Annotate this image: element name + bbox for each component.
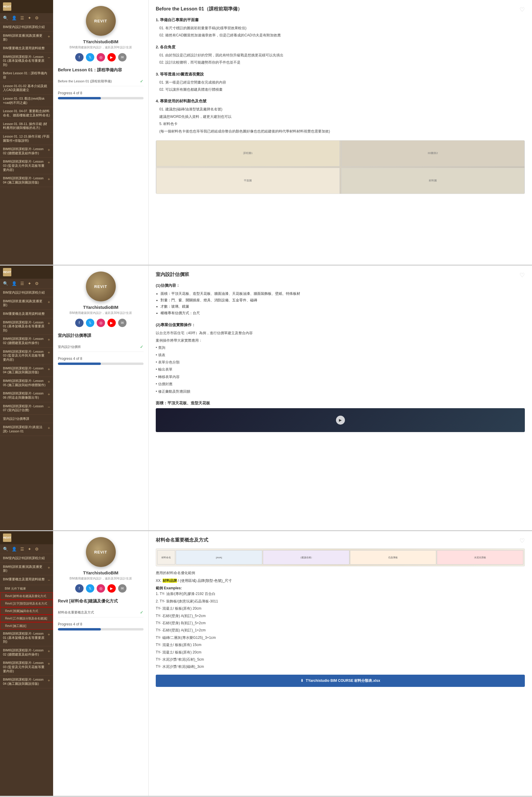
nav-icon-1[interactable]: 👤 bbox=[12, 16, 17, 20]
nav-icon-4[interactable]: ⚙ bbox=[35, 16, 39, 20]
instagram-icon[interactable]: ◎ bbox=[97, 319, 105, 327]
sidebar-item-11[interactable]: BIM特訓班課程影片(表規法課)- Lesson 01+ bbox=[0, 423, 53, 436]
sidebar-item-2[interactable]: BIM重要概念及運用資料統整 bbox=[0, 310, 53, 318]
expand-icon[interactable]: + bbox=[48, 160, 50, 165]
sidebar-item-2[interactable]: BIM重要概念及運用資料統整 bbox=[0, 44, 53, 53]
sidebar-item-10[interactable]: 室內設計估價專課 bbox=[0, 415, 53, 423]
expand-icon[interactable]: + bbox=[48, 299, 50, 305]
collapse-icon[interactable]: − bbox=[48, 55, 50, 60]
sidebar-subitem-4[interactable]: Revit [材料命名建議及優化方式 bbox=[0, 592, 53, 600]
expand-icon[interactable]: + bbox=[48, 565, 50, 570]
nav-icon-4[interactable]: ⚙ bbox=[35, 281, 39, 286]
youtube-icon[interactable]: ▶ bbox=[108, 319, 116, 327]
collapse-icon[interactable]: − bbox=[48, 577, 50, 583]
twitter-icon[interactable]: 𝕏 bbox=[86, 584, 94, 593]
nav-icon-2[interactable]: ☰ bbox=[20, 547, 24, 551]
sidebar-logo[interactable]: REVIT bbox=[0, 531, 53, 544]
youtube-icon[interactable]: ▶ bbox=[108, 53, 116, 61]
expand-icon[interactable]: + bbox=[48, 678, 50, 683]
nav-icon-4[interactable]: ⚙ bbox=[35, 547, 39, 551]
expand-icon[interactable]: + bbox=[48, 392, 50, 397]
expand-icon[interactable]: + bbox=[48, 661, 50, 666]
video-thumbnail[interactable]: ▶ bbox=[156, 408, 525, 432]
sidebar-item-2[interactable]: BIM重要概念及運用資料統整− bbox=[0, 575, 53, 585]
play-button[interactable]: ▶ bbox=[336, 416, 345, 424]
sidebar-subitem-5[interactable]: Revit [文字]類型說明及名名方式 bbox=[0, 600, 53, 607]
expand-icon[interactable]: + bbox=[48, 648, 50, 654]
email-icon[interactable]: ✉ bbox=[118, 319, 127, 327]
nav-icon-0[interactable]: 🔍 bbox=[3, 16, 8, 20]
lesson-item[interactable]: 材料命名重要概念及方式✓ bbox=[58, 608, 144, 618]
sidebar-logo[interactable]: REVIT bbox=[0, 0, 53, 13]
facebook-icon[interactable]: f bbox=[75, 53, 83, 61]
nav-icon-3[interactable]: ✦ bbox=[28, 547, 31, 551]
sidebar-item-8[interactable]: BIM特訓班課程影片- Lesson 06 (明這走與圖像匯出等)+ bbox=[0, 390, 53, 402]
sidebar-item-0[interactable]: BIM室內設計特訓班課程介紹 bbox=[0, 288, 53, 297]
sidebar-item-10[interactable]: BIM特訓班課程影片- Lesson 02 (牆體建置及組件操作)+ bbox=[0, 145, 53, 157]
sidebar-item-8[interactable]: Lesson 01. 08-11. 操作示範 (材料應用於牆與樓板的名方) bbox=[0, 120, 53, 132]
expand-icon[interactable]: + bbox=[48, 379, 50, 384]
nav-icon-2[interactable]: ☰ bbox=[20, 16, 24, 20]
heart-icon[interactable]: ♡ bbox=[519, 537, 525, 544]
sidebar-item-4[interactable]: Before Lesson 01：課程準備內容 bbox=[0, 69, 53, 82]
sidebar-item-7[interactable]: BIM特訓班課程影片- Lesson 05 (施工圖說與組件積體製作)+ bbox=[0, 377, 53, 390]
nav-icon-3[interactable]: ✦ bbox=[28, 281, 31, 286]
sidebar-subitem-7[interactable]: Revit [工作圖說分類及命名建議] bbox=[0, 615, 53, 622]
sidebar-item-11[interactable]: BIM特訓班課程影片- Lesson 03 (監督及元件與天花板等重要內容)+ bbox=[0, 157, 53, 174]
expand-icon[interactable]: + bbox=[48, 34, 50, 39]
lesson-item[interactable]: Before the Lesson 01 (課程前期準備)✓ bbox=[58, 76, 144, 86]
nav-icon-3[interactable]: ✦ bbox=[28, 16, 31, 20]
sidebar-item-11[interactable]: BIM特訓班課程影片- Lesson 03 (監督及元件與天花板等重要內容)+ bbox=[0, 659, 53, 676]
sidebar-item-9[interactable]: BIM特訓班課程影片- Lesson 01 (基本架構及命名等重要原則)+ bbox=[0, 630, 53, 646]
expand-icon[interactable]: + bbox=[48, 632, 50, 637]
sidebar-item-12[interactable]: BIM特訓班課程影片- Lesson 04 (施工圖說與圖說排版)+ bbox=[0, 676, 53, 688]
sidebar-item-3[interactable]: BIM特訓班課程影片- Lesson 01 (基本架構及命名等重要原則)− bbox=[0, 53, 53, 70]
sidebar-item-3[interactable]: BIM特訓班課程影片- Lesson 01 (基本架構及命名等重要原則)+ bbox=[0, 318, 53, 335]
instagram-icon[interactable]: ◎ bbox=[97, 53, 105, 61]
facebook-icon[interactable]: f bbox=[75, 584, 83, 593]
sidebar-item-9[interactable]: BIM特訓班課程影片- Lesson 07 (室內設計估價)− bbox=[0, 402, 53, 415]
sidebar-item-10[interactable]: BIM特訓班課程影片- Lesson 02 (牆體建置及組件操作)+ bbox=[0, 646, 53, 659]
email-icon[interactable]: ✉ bbox=[118, 584, 127, 593]
expand-icon[interactable]: + bbox=[48, 350, 50, 355]
nav-icon-0[interactable]: 🔍 bbox=[3, 547, 8, 551]
sidebar-item-6[interactable]: Lesson 01- 03. 觀念(revit與sk +cad的不同之處) bbox=[0, 95, 53, 107]
expand-icon[interactable]: + bbox=[48, 176, 50, 182]
twitter-icon[interactable]: 𝕏 bbox=[86, 319, 94, 327]
sidebar-item-9[interactable]: Lesson 01. 12-15.操作示範 (平面圖製作+排版說明) bbox=[0, 132, 53, 145]
sidebar-item-7[interactable]: Lesson 01. 04-07. 重要觀念(材料命名、牆面樓板建立及材料命名) bbox=[0, 107, 53, 120]
nav-icon-1[interactable]: 👤 bbox=[12, 281, 17, 286]
nav-icon-1[interactable]: 👤 bbox=[12, 547, 17, 551]
nav-icon-0[interactable]: 🔍 bbox=[3, 281, 8, 286]
sidebar-item-4[interactable]: BIM特訓班課程影片- Lesson 02 (牆體建置及組件操作)+ bbox=[0, 335, 53, 347]
heart-icon[interactable]: ♡ bbox=[519, 271, 525, 279]
sidebar-subitem-3[interactable]: BIM 元件下載庫 bbox=[0, 585, 53, 592]
expand-icon[interactable]: + bbox=[48, 147, 50, 152]
sidebar-item-1[interactable]: BIM特訓班直播演講(直播更新)+ bbox=[0, 563, 53, 575]
sidebar-subitem-8[interactable]: Revit [施工圖說] bbox=[0, 622, 53, 630]
expand-icon[interactable]: + bbox=[48, 366, 50, 372]
sidebar-item-0[interactable]: BIM室內設計特訓班課程介紹 bbox=[0, 23, 53, 32]
sidebar-item-12[interactable]: BIM特訓班課程影片- Lesson 04 (施工圖說與圖說排版)+ bbox=[0, 174, 53, 187]
lesson-item[interactable]: 室內設計估價班✓ bbox=[58, 342, 144, 352]
nav-icon-2[interactable]: ☰ bbox=[20, 281, 24, 286]
expand-icon[interactable]: + bbox=[48, 321, 50, 326]
twitter-icon[interactable]: 𝕏 bbox=[86, 53, 94, 61]
collapse-icon[interactable]: − bbox=[48, 404, 50, 410]
sidebar-logo[interactable]: REVIT bbox=[0, 266, 53, 279]
heart-icon[interactable]: ♡ bbox=[519, 6, 525, 13]
sidebar-item-5[interactable]: Lesson 01-01-02 基本介紹及鏡入CAD及圖面建立 bbox=[0, 82, 53, 95]
sidebar-item-5[interactable]: BIM特訓班課程影片- Lesson 03 (監督及元件與天花板等重要內容)+ bbox=[0, 348, 53, 364]
sidebar-item-0[interactable]: BIM室內設計特訓班課程介紹 bbox=[0, 554, 53, 563]
email-icon[interactable]: ✉ bbox=[118, 53, 127, 61]
download-button[interactable]: ⬇TYarchistudio BIM COURSE 材料分類表.xlsx bbox=[156, 675, 525, 687]
instagram-icon[interactable]: ◎ bbox=[97, 584, 105, 593]
sidebar-item-1[interactable]: BIM特訓班直播演講(直播更新)+ bbox=[0, 32, 53, 44]
sidebar-subitem-6[interactable]: Revit [視圖]編與命名方式 bbox=[0, 607, 53, 615]
facebook-icon[interactable]: f bbox=[75, 319, 83, 327]
expand-icon[interactable]: + bbox=[48, 425, 50, 431]
youtube-icon[interactable]: ▶ bbox=[108, 584, 116, 593]
expand-icon[interactable]: + bbox=[48, 337, 50, 342]
sidebar-item-1[interactable]: BIM特訓班直播演講(直播更新)+ bbox=[0, 297, 53, 310]
sidebar-item-6[interactable]: BIM特訓班課程影片- Lesson 04 (施工圖說與圖說排版)+ bbox=[0, 364, 53, 377]
